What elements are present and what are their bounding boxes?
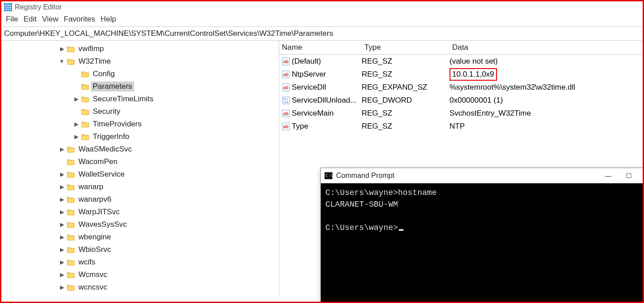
value-name: ServiceDll xyxy=(292,83,362,92)
registry-value-row[interactable]: abServiceDllREG_EXPAND_SZ%systemroot%\sy… xyxy=(279,81,643,94)
address-bar[interactable]: Computer\HKEY_LOCAL_MACHINE\SYSTEM\Curre… xyxy=(1,26,643,41)
command-prompt-titlebar[interactable]: C:\ Command Prompt — ☐ xyxy=(321,168,643,183)
tree-item[interactable]: Parameters xyxy=(1,80,279,93)
tree-item[interactable]: ▶wcncsvc xyxy=(1,281,279,294)
tree-item[interactable]: ▼W32Time xyxy=(1,55,279,68)
tree-item-label: TimeProviders xyxy=(91,119,143,129)
maximize-button[interactable]: ☐ xyxy=(618,172,639,179)
tree-item-label: wcnfs xyxy=(77,295,99,296)
menu-file[interactable]: File xyxy=(4,15,20,24)
tree-item[interactable]: ▶wanarpv6 xyxy=(1,193,279,206)
chevron-right-icon[interactable]: ▶ xyxy=(59,146,65,152)
chevron-right-icon[interactable]: ▶ xyxy=(59,209,65,215)
tree-item-label: vwifimp xyxy=(77,44,106,54)
chevron-right-icon[interactable]: ▶ xyxy=(59,259,65,265)
tree-item-label: Security xyxy=(91,107,122,117)
tree-item[interactable]: ▶wbengine xyxy=(1,231,279,243)
value-data: 10.0.1.1,0x9 xyxy=(450,68,643,81)
terminal-line: CLARANET-SBU-WM xyxy=(325,200,398,209)
registry-value-row[interactable]: abServiceMainREG_SZSvchostEntry_W32Time xyxy=(279,107,643,120)
value-name: NtpServer xyxy=(292,70,362,79)
folder-icon xyxy=(67,146,75,153)
tree-item[interactable]: WacomPen xyxy=(1,156,279,168)
values-header: Name Type Data xyxy=(279,41,643,55)
tree-item[interactable]: ▶vwifimp xyxy=(1,43,279,55)
chevron-right-icon[interactable]: ▶ xyxy=(59,284,65,290)
registry-value-row[interactable]: abNtpServerREG_SZ10.0.1.1,0x9 xyxy=(279,68,643,81)
chevron-right-icon[interactable]: ▶ xyxy=(59,46,65,52)
tree-item[interactable]: ▶wanarp xyxy=(1,181,279,193)
value-data: (value not set) xyxy=(450,57,643,66)
chevron-right-icon[interactable]: ▶ xyxy=(59,196,65,203)
svg-text:ab: ab xyxy=(283,85,289,90)
minimize-button[interactable]: — xyxy=(598,172,618,179)
highlighted-value: 10.0.1.1,0x9 xyxy=(450,68,497,81)
tree-item-label: wanarpv6 xyxy=(77,195,113,204)
window-title: Registry Editor xyxy=(15,3,62,11)
chevron-right-icon[interactable]: ▶ xyxy=(59,234,65,240)
registry-value-row[interactable]: ab(Default)REG_SZ(value not set) xyxy=(279,55,643,68)
tree-item[interactable]: Security xyxy=(1,105,279,118)
column-data[interactable]: Data xyxy=(450,41,643,54)
folder-icon xyxy=(67,45,75,52)
tree-item-label: Parameters xyxy=(91,82,134,91)
tree-item[interactable]: ▶WalletService xyxy=(1,168,279,181)
registry-value-row[interactable]: 011110ServiceDllUnload...REG_DWORD0x0000… xyxy=(279,94,643,107)
value-type: REG_DWORD xyxy=(362,96,450,105)
terminal-line: C:\Users\wayne>hostname xyxy=(325,188,437,197)
svg-text:C:\: C:\ xyxy=(325,173,333,178)
menu-view[interactable]: View xyxy=(40,15,61,24)
menu-edit[interactable]: Edit xyxy=(22,15,38,24)
value-name: ServiceDllUnload... xyxy=(292,96,362,105)
menu-help[interactable]: Help xyxy=(99,15,118,24)
tree-item[interactable]: ▶WavesSysSvc xyxy=(1,218,279,231)
reg-string-icon: ab xyxy=(282,109,291,117)
menu-favorites[interactable]: Favorites xyxy=(62,15,97,24)
tree-item[interactable]: ▶WbioSrvc xyxy=(1,243,279,256)
registry-value-row[interactable]: abTypeREG_SZNTP xyxy=(279,120,643,133)
value-name: (Default) xyxy=(292,57,362,66)
chevron-right-icon[interactable]: ▶ xyxy=(59,171,65,177)
tree-item[interactable]: ▶wcifs xyxy=(1,256,279,268)
chevron-right-icon[interactable]: ▶ xyxy=(59,247,65,253)
terminal-line: C:\Users\wayne> xyxy=(325,223,398,232)
tree-item-label: Wcmsvc xyxy=(77,270,109,280)
folder-icon xyxy=(67,246,75,253)
values-list[interactable]: ab(Default)REG_SZ(value not set)abNtpSer… xyxy=(279,55,643,133)
tree-item-label: WbioSrvc xyxy=(77,245,113,255)
registry-tree[interactable]: ▶vwifimp▼W32TimeConfigParameters▶SecureT… xyxy=(1,41,279,296)
value-type: REG_EXPAND_SZ xyxy=(362,83,450,92)
tree-item[interactable]: ▶WaaSMedicSvc xyxy=(1,143,279,156)
tree-item[interactable]: ▶WarpJITSvc xyxy=(1,206,279,218)
reg-string-icon: ab xyxy=(282,83,291,91)
folder-icon xyxy=(67,183,75,190)
folder-icon xyxy=(67,196,75,203)
tree-item[interactable]: ▶TimeProviders xyxy=(1,118,279,130)
tree-item[interactable]: Config xyxy=(1,68,279,80)
regedit-icon xyxy=(4,3,12,11)
chevron-right-icon[interactable]: ▶ xyxy=(73,134,79,140)
chevron-right-icon[interactable]: ▶ xyxy=(59,272,65,278)
command-prompt-window[interactable]: C:\ Command Prompt — ☐ C:\Users\wayne>ho… xyxy=(320,168,643,303)
tree-item-label: WarpJITSvc xyxy=(77,207,121,217)
chevron-right-icon[interactable]: ▶ xyxy=(73,96,79,102)
svg-text:ab: ab xyxy=(283,111,289,116)
value-name: Type xyxy=(292,122,362,131)
tree-item-label: SecureTimeLimits xyxy=(91,94,155,104)
tree-item-label: WalletService xyxy=(77,169,126,179)
tree-item[interactable]: ▶Wcmsvc xyxy=(1,268,279,281)
command-prompt-body[interactable]: C:\Users\wayne>hostname CLARANET-SBU-WM … xyxy=(321,183,643,303)
column-type[interactable]: Type xyxy=(362,41,450,54)
tree-item[interactable]: ▶SecureTimeLimits xyxy=(1,93,279,105)
tree-item[interactable]: ▶wcnfs xyxy=(1,294,279,296)
tree-item-label: WavesSysSvc xyxy=(77,220,129,229)
tree-item-label: wanarp xyxy=(77,182,105,192)
column-name[interactable]: Name xyxy=(279,41,362,54)
chevron-right-icon[interactable]: ▶ xyxy=(73,121,79,127)
tree-item[interactable]: ▶TriggerInfo xyxy=(1,130,279,143)
folder-icon xyxy=(81,133,89,140)
chevron-right-icon[interactable]: ▶ xyxy=(59,184,65,190)
value-type: REG_SZ xyxy=(362,70,450,79)
chevron-right-icon[interactable]: ▶ xyxy=(59,221,65,228)
chevron-down-icon[interactable]: ▼ xyxy=(59,58,65,65)
